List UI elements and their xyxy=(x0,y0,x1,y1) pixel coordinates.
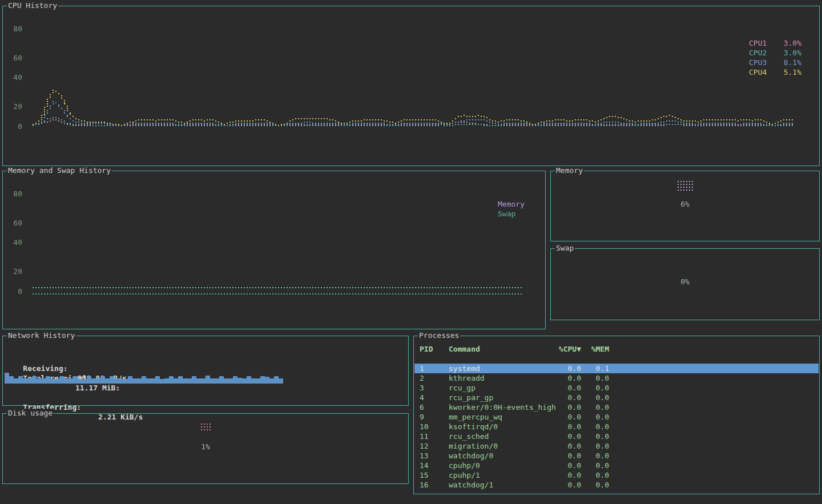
cpu-history-chart xyxy=(3,6,819,166)
process-cell: 0.0 xyxy=(545,402,581,412)
system-monitor-screen: { "colors": { "background": "#2b2b2b", "… xyxy=(0,0,822,504)
y-axis-tick: 80 xyxy=(13,189,22,199)
process-cell: 0.0 xyxy=(588,402,609,412)
cpu-legend-entry: CPU45.1% xyxy=(749,67,801,77)
memory-gauge-dots xyxy=(551,181,819,191)
process-cell: 13 xyxy=(420,451,447,461)
cpu-y-axis: 806040200 xyxy=(9,6,22,166)
y-axis-tick: 20 xyxy=(13,267,22,276)
process-cell: 0.0 xyxy=(588,393,609,402)
process-cell: 0.0 xyxy=(588,470,609,480)
panel-cpu-history: CPU History 806040200 CPU13.0%CPU23.0%CP… xyxy=(2,6,820,166)
process-cell: 0.0 xyxy=(588,451,609,461)
panel-title-processes: Processes xyxy=(418,331,460,340)
cpu-legend-entry: CPU13.0% xyxy=(749,38,801,48)
cpu-legend-name: CPU4 xyxy=(749,67,767,77)
process-row[interactable]: 9mm_percpu_wq0.00.0 xyxy=(414,412,819,422)
y-axis-tick: 40 xyxy=(13,237,22,247)
y-axis-tick: 80 xyxy=(13,24,22,34)
cpu-legend-value: 3.0% xyxy=(784,38,801,48)
process-cell: 12 xyxy=(420,441,447,451)
memory-swap-legend-entry: Swap xyxy=(498,209,525,219)
swap-usage-percent: 0% xyxy=(551,277,819,287)
memory-usage-percent: 6% xyxy=(551,199,819,209)
process-row[interactable]: 2kthreadd0.00.0 xyxy=(414,373,819,383)
process-row[interactable]: 13watchdog/00.00.0 xyxy=(414,451,819,461)
process-cell: 3 xyxy=(420,383,447,393)
cpu-legend-value: 8.1% xyxy=(784,58,801,67)
process-cell: 0.0 xyxy=(588,461,609,470)
cpu-legend: CPU13.0%CPU23.0%CPU38.1%CPU45.1% xyxy=(749,38,801,77)
process-cell: 0.0 xyxy=(545,451,581,461)
panel-swap-gauge: Swap 0% xyxy=(550,248,820,320)
process-cell: 0.0 xyxy=(545,383,581,393)
process-cell: 0.0 xyxy=(545,461,581,470)
panel-title-swap: Swap xyxy=(555,244,575,253)
process-cell: 0.0 xyxy=(545,393,581,402)
process-cell: 0.0 xyxy=(588,422,609,432)
process-row[interactable]: 12migration/00.00.0 xyxy=(414,441,819,451)
process-row[interactable]: 10ksoftirqd/00.00.0 xyxy=(414,422,819,432)
panel-network-history: Network History Receiving: 332.00 B/s To… xyxy=(2,336,409,406)
process-row[interactable]: 4rcu_par_gp0.00.0 xyxy=(414,393,819,402)
process-cell: 0.0 xyxy=(545,470,581,480)
process-cell: 0.0 xyxy=(588,432,609,441)
disk-gauge-dots xyxy=(3,424,408,430)
process-cell: 0.0 xyxy=(588,373,609,383)
process-row[interactable]: 15cpuhp/10.00.0 xyxy=(414,470,819,480)
process-cell: 4 xyxy=(420,393,447,402)
memory-swap-history-chart xyxy=(3,171,545,329)
cpu-legend-name: CPU3 xyxy=(749,58,767,67)
process-cell: 6 xyxy=(420,402,447,412)
cpu-legend-entry: CPU23.0% xyxy=(749,48,801,58)
process-cell: 2 xyxy=(420,373,447,383)
panel-memory-swap-history: Memory and Swap History 806040200 Memory… xyxy=(2,171,546,329)
cpu-legend-name: CPU1 xyxy=(749,38,767,48)
process-table-header: PIDCommand%CPU▼%MEM xyxy=(414,344,819,354)
process-cell: 0.0 xyxy=(588,441,609,451)
process-column-header[interactable]: PID xyxy=(420,344,447,354)
process-cell: 0.0 xyxy=(588,383,609,393)
process-row-selected[interactable]: 1systemd0.00.1 xyxy=(414,364,819,373)
process-cell: 0.0 xyxy=(588,412,609,422)
cpu-legend-value: 3.0% xyxy=(784,48,801,58)
y-axis-tick: 60 xyxy=(13,218,22,228)
process-cell: 10 xyxy=(420,422,447,432)
panel-title-disk-usage: Disk usage xyxy=(7,409,54,418)
disk-usage-percent: 1% xyxy=(3,442,408,451)
process-cell: 0.0 xyxy=(545,432,581,441)
panel-disk-usage: Disk usage 1% xyxy=(2,413,409,484)
process-cell: 0.0 xyxy=(545,364,581,373)
panel-title-network-history: Network History xyxy=(7,331,76,340)
y-axis-tick: 40 xyxy=(13,72,22,82)
process-cell: 1 xyxy=(420,364,447,373)
memory-swap-y-axis: 806040200 xyxy=(9,171,22,329)
process-row[interactable]: 6kworker/0:0H-events_high0.00.0 xyxy=(414,402,819,412)
process-row[interactable]: 3rcu_gp0.00.0 xyxy=(414,383,819,393)
process-column-header[interactable]: %MEM xyxy=(588,344,609,354)
process-row[interactable]: 11rcu_sched0.00.0 xyxy=(414,432,819,441)
process-row[interactable]: 16watchdog/10.00.0 xyxy=(414,480,819,490)
process-cell: 0.1 xyxy=(588,364,609,373)
process-table-rows: 1systemd0.00.12kthreadd0.00.03rcu_gp0.00… xyxy=(414,364,819,490)
process-cell: 16 xyxy=(420,480,447,490)
process-cell: 15 xyxy=(420,470,447,480)
panel-memory-gauge: Memory 6% xyxy=(550,171,820,241)
y-axis-tick: 0 xyxy=(18,287,22,296)
y-axis-tick: 0 xyxy=(18,122,22,131)
panel-title-memory: Memory xyxy=(555,166,584,175)
process-cell: 0.0 xyxy=(588,480,609,490)
process-cell: 9 xyxy=(420,412,447,422)
y-axis-tick: 20 xyxy=(13,102,22,111)
cpu-legend-entry: CPU38.1% xyxy=(749,58,801,67)
process-cell: 0.0 xyxy=(545,480,581,490)
panel-processes: Processes PIDCommand%CPU▼%MEM 1systemd0.… xyxy=(413,336,820,494)
process-cell: 11 xyxy=(420,432,447,441)
process-cell: 0.0 xyxy=(545,441,581,451)
cpu-legend-name: CPU2 xyxy=(749,48,767,58)
memory-swap-legend-entry: Memory xyxy=(498,199,525,209)
process-row[interactable]: 14cpuhp/00.00.0 xyxy=(414,461,819,470)
process-column-header[interactable]: %CPU▼ xyxy=(545,344,581,354)
memory-swap-legend: MemorySwap xyxy=(498,199,525,219)
network-receiving-graph xyxy=(5,372,285,384)
